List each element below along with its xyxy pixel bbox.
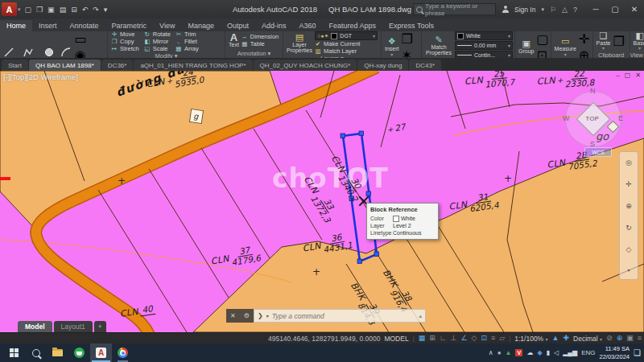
- command-line[interactable]: ✕ ⚙ ❯ ▾ Type a command ▴: [226, 309, 426, 323]
- object-color-dropdown[interactable]: White▾: [455, 31, 513, 40]
- panel-label-annotation[interactable]: Annotation ▾: [225, 50, 283, 58]
- ribbon-tab-annotate[interactable]: Annotate: [64, 20, 105, 31]
- ribbon-tab-a360[interactable]: A360: [293, 20, 323, 31]
- viewcube-north[interactable]: N: [590, 87, 596, 95]
- coc-coc-button[interactable]: [68, 343, 90, 362]
- doc-restore-button[interactable]: ▢: [625, 72, 631, 79]
- tray-app-icon[interactable]: ●: [497, 349, 502, 356]
- customization-toggle[interactable]: ≡: [638, 335, 642, 342]
- clock[interactable]: 11:49 SA 22/03/2024: [599, 345, 630, 360]
- undo-icon[interactable]: ↶: [82, 6, 89, 14]
- viewcube-west[interactable]: W: [563, 114, 570, 122]
- isolate-objects-toggle[interactable]: ⊘: [606, 335, 613, 342]
- a360-flag-icon[interactable]: ⚐: [550, 6, 556, 14]
- autoscale-toggle[interactable]: ✚: [563, 335, 569, 342]
- grid-toggle[interactable]: ▦: [419, 335, 426, 342]
- restore-button[interactable]: ▢: [605, 0, 625, 19]
- command-line-handle[interactable]: ✕ ⚙: [226, 309, 254, 323]
- save-icon[interactable]: ▣: [47, 6, 55, 14]
- dimension-button[interactable]: ↔Dimension: [242, 34, 279, 40]
- polar-tracking-toggle[interactable]: ∠: [460, 335, 467, 342]
- viewcube[interactable]: N W S E TOP: [563, 88, 624, 150]
- help-icon[interactable]: ?: [573, 6, 577, 14]
- fillet-button[interactable]: ◟Fillet: [175, 39, 199, 45]
- wcs-badge[interactable]: WCS: [584, 147, 612, 157]
- layer-properties-button[interactable]: ▤Layer Properties: [285, 33, 314, 54]
- cloud-icon[interactable]: ☁: [526, 349, 533, 356]
- ribbon-tab-output[interactable]: Output: [221, 20, 255, 31]
- vietkey-icon[interactable]: V: [515, 349, 522, 356]
- create-block-icon[interactable]: ❒: [402, 31, 413, 47]
- stretch-button[interactable]: ↦Stretch: [111, 46, 139, 52]
- ribbon-tab-home[interactable]: Home: [0, 20, 32, 31]
- make-current-button[interactable]: ✔Make Current: [315, 41, 379, 47]
- ribbon-tab-manage[interactable]: Manage: [181, 20, 221, 31]
- ortho-mode-toggle[interactable]: ⊥: [451, 335, 457, 342]
- lineweight-toggle[interactable]: ≡: [491, 335, 495, 342]
- close-button[interactable]: ✕: [625, 0, 644, 19]
- steering-wheel-icon[interactable]: ◎: [625, 158, 632, 167]
- annotation-visibility-toggle[interactable]: ▲: [552, 335, 559, 342]
- tray-green-app-icon[interactable]: ▲: [506, 349, 512, 356]
- quick-select-icon[interactable]: ✛: [579, 31, 589, 47]
- hidden-icons-chevron[interactable]: ∧: [489, 349, 493, 356]
- file-tab-start[interactable]: Start: [2, 60, 28, 71]
- drawing-canvas[interactable]: choTOT đường đất CLN+245935,0CLN251070,7…: [0, 71, 644, 332]
- chrome-button[interactable]: [112, 343, 134, 362]
- redo-icon[interactable]: ↷: [93, 6, 99, 14]
- minimize-button[interactable]: ─: [586, 0, 605, 19]
- autocad-taskbar-button[interactable]: A: [90, 343, 112, 362]
- base-button[interactable]: ◧Base▾: [632, 31, 644, 51]
- paste-button[interactable]: ❑Paste▾: [595, 31, 613, 51]
- tab-layout1[interactable]: Layout1: [54, 321, 93, 332]
- annotation-scale-button[interactable]: 1:1/100% ▾: [514, 335, 547, 343]
- taskbar-search-button[interactable]: [25, 343, 47, 362]
- trim-button[interactable]: ✂Trim: [175, 31, 199, 38]
- file-tab-qh-02-quy-hoach-chung-[interactable]: QH_02_QUY HOACH CHUNG*: [254, 60, 357, 71]
- table-button[interactable]: ▦Table: [242, 41, 279, 47]
- match-layer-button[interactable]: ▥Match Layer: [315, 48, 379, 55]
- infer-constraints-toggle[interactable]: ∟: [440, 335, 447, 342]
- file-tab-dc43-[interactable]: DC43*: [409, 60, 441, 71]
- move-button[interactable]: ✛Move: [111, 31, 139, 38]
- insert-button[interactable]: ❖Insert▾: [383, 37, 401, 57]
- alert-icon[interactable]: △: [562, 6, 568, 14]
- command-customize-icon[interactable]: ⚙: [244, 312, 250, 319]
- sign-in-button[interactable]: Sign In: [514, 6, 535, 14]
- ribbon-tab-parametric[interactable]: Parametric: [105, 20, 154, 31]
- snap-mode-toggle[interactable]: ⊞: [429, 335, 436, 342]
- lineweight-dropdown[interactable]: 0.00 mm▾: [455, 41, 513, 50]
- doc-minimize-button[interactable]: ‒: [616, 72, 619, 79]
- open-file-icon[interactable]: ❒: [36, 6, 43, 14]
- ribbon-tab-add-ins[interactable]: Add-ins: [255, 20, 293, 31]
- showmotion-icon[interactable]: ◇: [626, 245, 632, 253]
- plot-icon[interactable]: ⊟: [71, 6, 77, 14]
- transparency-toggle[interactable]: ▱: [499, 335, 505, 342]
- copy-button[interactable]: ❐Copy: [111, 39, 139, 45]
- copy-clip-icon[interactable]: ❐: [613, 34, 625, 49]
- hardware-acceleration-toggle[interactable]: ⊕: [617, 335, 623, 342]
- shield-icon[interactable]: ◆: [537, 349, 542, 356]
- clean-screen-toggle[interactable]: ▣: [626, 335, 634, 342]
- viewcube-east[interactable]: E: [618, 114, 623, 122]
- menu-down-icon[interactable]: ▾: [104, 6, 108, 14]
- file-tab-qh-xay-dung[interactable]: QH-xay dung: [357, 60, 408, 71]
- speaker-icon[interactable]: ◁: [554, 349, 559, 356]
- command-expand-icon[interactable]: ▴: [419, 313, 422, 319]
- ribbon-tab-express-tools[interactable]: Express Tools: [382, 20, 440, 31]
- pan-icon[interactable]: ✛: [625, 180, 632, 188]
- isodraft-toggle[interactable]: ◇: [472, 335, 477, 342]
- doc-close-button[interactable]: ✕: [635, 72, 641, 79]
- action-center-icon[interactable]: ❏: [634, 348, 641, 357]
- app-menu-arrow-icon[interactable]: ▾: [18, 6, 21, 13]
- ribbon-tab-view[interactable]: View: [153, 20, 181, 31]
- battery-icon[interactable]: ▮: [547, 349, 550, 356]
- layer-dropdown[interactable]: ○●✦DGT▾: [315, 31, 378, 40]
- rotate-button[interactable]: ↻Rotate: [144, 31, 171, 38]
- network-icon[interactable]: ▂▄▆: [563, 349, 577, 356]
- orbit-icon[interactable]: ↻: [625, 224, 632, 232]
- file-explorer-button[interactable]: [47, 343, 68, 362]
- new-layout-button[interactable]: +: [94, 321, 106, 332]
- search-input[interactable]: Type a keyword or phrase: [413, 3, 496, 15]
- start-button[interactable]: [3, 343, 25, 362]
